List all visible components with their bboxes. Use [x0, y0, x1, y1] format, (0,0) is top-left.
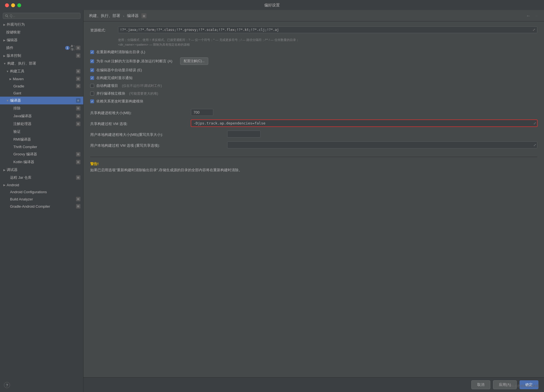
- chevron-icon: ▶: [3, 39, 6, 42]
- user-vm-options-input[interactable]: [227, 141, 537, 148]
- sidebar-item-compiler[interactable]: ▼ 编译器 ⊞: [0, 97, 83, 104]
- sidebar-item-label: 插件: [6, 45, 65, 50]
- sidebar-item-android-configs[interactable]: Android Configurations: [0, 188, 83, 195]
- heap-size-input[interactable]: [191, 109, 213, 116]
- checkbox-clear-output[interactable]: [90, 50, 94, 54]
- sidebar-item-build-analyzer[interactable]: Build Analyzer ⊞: [0, 195, 83, 203]
- sidebar-item-label: 调试器: [7, 167, 80, 172]
- sidebar-item-label: 验证: [9, 129, 80, 134]
- sidebar-item-label: 外观与行为: [7, 22, 80, 27]
- grid-icon: ⊞: [76, 122, 80, 126]
- sidebar-item-annotation-processor[interactable]: 注解处理器 ⊞: [0, 120, 83, 128]
- sidebar-item-editor[interactable]: ▶ 编辑器: [0, 36, 83, 44]
- sidebar-item-label: Kotlin 编译器: [9, 160, 76, 165]
- grid-icon: ⊞: [76, 77, 80, 81]
- sidebar-item-label: 版本控制: [7, 53, 76, 58]
- plugins-badge: 1: [65, 46, 70, 50]
- user-vm-options-label: 用户本地构建过程 VM 选项 (重写共享选项):: [90, 142, 224, 148]
- sidebar-item-thrift-compiler[interactable]: Thrift Compiler: [0, 143, 83, 150]
- chevron-icon: ▶: [3, 54, 6, 57]
- sidebar-item-groovy-compiler[interactable]: Groovy 编译器 ⊞: [0, 150, 83, 158]
- checkbox-show-notification[interactable]: [90, 76, 94, 80]
- resource-mode-label: 资源模式:: [90, 27, 115, 33]
- checkbox-auto-show-errors[interactable]: [90, 68, 94, 72]
- checkbox-null-assertions[interactable]: [90, 59, 94, 63]
- sidebar-item-exclude[interactable]: 排除 ⊞: [0, 104, 83, 112]
- help-button[interactable]: ?: [4, 382, 10, 388]
- grid-icon: ⊞: [76, 152, 80, 156]
- checkbox-null-assertions-row: 为非 null 注解的方法和形参,添加运行时断言 (A) 配置注解(C)...: [90, 57, 537, 65]
- back-button[interactable]: ←: [525, 13, 532, 19]
- resource-mode-input[interactable]: !?*.java;!?*.form;!?*.class;!?*.groovy;!…: [118, 26, 537, 33]
- checkbox-parallel-compile-side: (可能需要更大的堆): [129, 91, 158, 96]
- forward-button[interactable]: →: [533, 13, 540, 19]
- sidebar-item-label: Gant: [9, 91, 80, 95]
- grid-icon: ⊞: [76, 84, 80, 88]
- user-vm-options-expand-icon[interactable]: ⤢: [533, 143, 536, 147]
- sidebar-item-gant[interactable]: Gant: [0, 90, 83, 97]
- minimize-button[interactable]: [11, 3, 15, 7]
- sidebar-item-appearance[interactable]: ▶ 外观与行为: [0, 21, 83, 28]
- content-panel: 构建、执行、部署 › 编译器 ⊞ ← → 资源模式: !?*.java;!?*.…: [84, 10, 544, 392]
- sidebar-item-maven[interactable]: ▶ Maven ⊞: [0, 75, 83, 82]
- sidebar-item-keymap[interactable]: 按键映射: [0, 28, 83, 36]
- nav-arrows: ← →: [525, 13, 540, 19]
- user-heap-size-input[interactable]: [227, 131, 261, 138]
- chevron-icon: ▼: [6, 70, 9, 73]
- expand-icon[interactable]: ⤢: [533, 28, 535, 32]
- window-controls: [5, 3, 21, 7]
- vm-options-input[interactable]: [191, 120, 537, 127]
- close-button[interactable]: [5, 3, 9, 7]
- sidebar-item-label: Android Configurations: [6, 190, 80, 194]
- config-annotations-button[interactable]: 配置注解(C)...: [180, 57, 208, 65]
- checkbox-rebuild-on-deps-row: 依赖关系更改时重新构建模块: [90, 99, 537, 104]
- sidebar-item-build[interactable]: ▼ 构建、执行、部署: [0, 60, 83, 67]
- search-bar[interactable]: [3, 13, 80, 19]
- sidebar-item-label: Build Analyzer: [6, 197, 76, 201]
- window-title: 偏好设置: [264, 3, 280, 8]
- checkbox-null-assertions-label: 为非 null 注解的方法和形参,添加运行时断言 (A): [96, 59, 172, 64]
- help-button-wrap: ?: [4, 382, 10, 388]
- sidebar-item-gradle-android-compiler[interactable]: Gradle-Android Compiler ⊞: [0, 203, 83, 210]
- vm-options-expand-icon[interactable]: ⤢: [533, 121, 536, 125]
- resource-mode-hint1: 使用；分隔模式，使用！求反模式。已接受通配符：? — 仅一个符号；* — 无或更…: [118, 38, 299, 41]
- chevron-icon: ▶: [3, 183, 6, 187]
- chevron-icon: ▶: [3, 23, 6, 26]
- cancel-button[interactable]: 取消: [471, 380, 490, 389]
- sidebar-item-gradle[interactable]: Gradle ⊞: [0, 82, 83, 90]
- sidebar-item-kotlin-compiler[interactable]: Kotlin 编译器 ⊞: [0, 158, 83, 166]
- checkbox-show-notification-row: 在构建完成时显示通知: [90, 75, 537, 80]
- grid-icon: ⊞: [76, 114, 80, 118]
- sidebar-item-label: 编译器: [10, 98, 76, 103]
- title-bar: 偏好设置: [0, 0, 544, 10]
- sidebar-item-java-compiler[interactable]: Java编译器 ⊞: [0, 112, 83, 120]
- sidebar-item-rmi-compiler[interactable]: RMI编译器: [0, 136, 83, 143]
- sidebar: ▶ 外观与行为 按键映射 ▶ 编辑器 插件 1 A字 ⊞ ▶ 版本控制 ⊞ ▼ …: [0, 10, 84, 392]
- grid-icon: ⊞: [76, 160, 80, 164]
- heap-size-row: 共享构建进程堆大小(MB):: [90, 109, 537, 116]
- checkbox-auto-build[interactable]: [90, 84, 94, 88]
- sidebar-item-plugins[interactable]: 插件 1 A字 ⊞: [0, 44, 83, 52]
- maximize-button[interactable]: [17, 3, 21, 7]
- svg-line-1: [7, 16, 8, 17]
- checkbox-parallel-compile[interactable]: [90, 92, 94, 95]
- sidebar-item-build-tools[interactable]: ▼ 构建工具 ⊞: [0, 67, 83, 75]
- sidebar-item-label: 按键映射: [6, 30, 80, 35]
- user-heap-size-label: 用户本地构建进程堆大小(MB)(重写共享大小):: [90, 131, 224, 137]
- checkbox-rebuild-on-deps-label: 依赖关系更改时重新构建模块: [96, 99, 143, 104]
- content-header: 构建、执行、部署 › 编译器 ⊞ ← →: [84, 10, 544, 21]
- sidebar-item-label: 编辑器: [7, 38, 80, 43]
- search-input[interactable]: [10, 14, 78, 18]
- vm-options-input-wrap: ⤢: [191, 120, 537, 127]
- sidebar-item-debugger[interactable]: ▶ 调试器: [0, 166, 83, 174]
- grid-icon: ⊞: [76, 175, 80, 180]
- sidebar-item-label: Thrift Compiler: [9, 145, 80, 149]
- sidebar-item-remote-jar[interactable]: 远程 Jar 仓库 ⊞: [0, 174, 83, 182]
- sidebar-item-validation[interactable]: 验证: [0, 128, 83, 136]
- sidebar-item-android[interactable]: ▶ Android: [0, 182, 83, 188]
- checkbox-auto-build-label: 自动构建项目: [96, 83, 118, 88]
- checkbox-rebuild-on-deps[interactable]: [90, 99, 94, 103]
- sidebar-item-version-control[interactable]: ▶ 版本控制 ⊞: [0, 52, 83, 60]
- sidebar-item-label: Gradle-Android Compiler: [6, 204, 76, 209]
- sidebar-item-label: Java编译器: [9, 114, 76, 119]
